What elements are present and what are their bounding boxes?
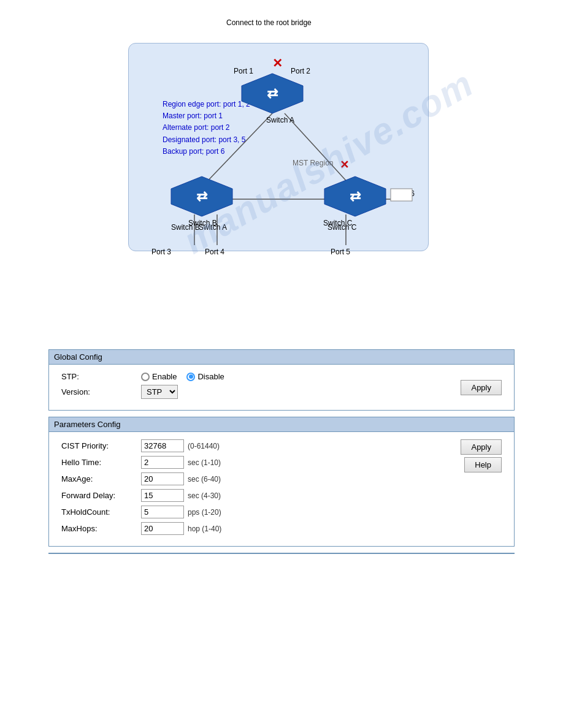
maxhops-input[interactable] (141, 522, 184, 535)
root-bridge-label: Connect to the root bridge (226, 18, 312, 27)
maxhops-unit: hop (1-40) (188, 525, 221, 533)
forward-delay-input[interactable] (141, 489, 184, 502)
bottom-divider (48, 553, 515, 554)
cist-priority-label: CIST Priority: (61, 441, 141, 450)
maxage-label: MaxAge: (61, 474, 141, 483)
info-line4: Designated port: port 3, 5 (163, 134, 250, 146)
enable-label: Enable (152, 372, 177, 381)
version-row: Version: STP RSTP MSTP (61, 385, 461, 399)
txholdcount-unit: pps (1-20) (188, 508, 221, 517)
params-row: CIST Priority: (0-61440) Hello Time: sec… (61, 439, 502, 539)
maxage-row: MaxAge: sec (6-40) (61, 472, 461, 485)
version-select-wrapper: STP RSTP MSTP (141, 385, 461, 399)
params-config-body: CIST Priority: (0-61440) Hello Time: sec… (48, 432, 515, 547)
hello-time-unit: sec (1-10) (188, 458, 221, 467)
global-fields: STP: Enable Disable (61, 372, 461, 403)
mst-region-box: Region edge port: port 1, 2 Master port:… (128, 43, 429, 251)
maxhops-row: MaxHops: hop (1-40) (61, 522, 461, 535)
version-select[interactable]: STP RSTP MSTP (141, 385, 178, 399)
disable-radio-circle (186, 373, 195, 381)
stp-label: STP: (61, 372, 141, 381)
stp-radio-group: Enable Disable (141, 372, 461, 381)
params-apply-button[interactable]: Apply (461, 439, 502, 455)
enable-radio-circle (141, 373, 150, 381)
params-config-section: Parameters Config CIST Priority: (0-6144… (48, 417, 515, 547)
maxage-unit: sec (6-40) (188, 475, 221, 483)
maxage-input[interactable] (141, 472, 184, 485)
global-config-header: Global Config (48, 349, 515, 365)
diagram-container: Connect to the root bridge Region edge p… (0, 0, 563, 343)
info-text: Region edge port: port 1, 2 Master port:… (163, 99, 250, 157)
hello-time-row: Hello Time: sec (1-10) (61, 456, 461, 469)
cist-priority-row: CIST Priority: (0-61440) (61, 439, 461, 452)
global-config-body: STP: Enable Disable (48, 365, 515, 411)
cist-priority-input[interactable] (141, 439, 184, 452)
hello-time-label: Hello Time: (61, 458, 141, 467)
txholdcount-row: TxHoldCount: pps (1-20) (61, 506, 461, 518)
params-button-group: Apply Help (461, 439, 502, 472)
maxhops-label: MaxHops: (61, 524, 141, 533)
cist-priority-unit: (0-61440) (188, 442, 220, 450)
enable-radio-option[interactable]: Enable (141, 372, 177, 381)
global-config-row: STP: Enable Disable (61, 372, 502, 403)
version-label: Version: (61, 387, 141, 396)
disable-label: Disable (197, 372, 224, 381)
info-line1: Region edge port: port 1, 2 (163, 99, 250, 110)
disable-radio-option[interactable]: Disable (186, 372, 224, 381)
global-apply-group: Apply (461, 380, 502, 395)
forward-delay-row: Forward Delay: sec (4-30) (61, 489, 461, 502)
global-config-section: Global Config STP: Enable Disab (48, 349, 515, 411)
info-line5: Backup port; port 6 (163, 146, 250, 157)
hello-time-input[interactable] (141, 456, 184, 469)
stp-row: STP: Enable Disable (61, 372, 461, 381)
info-line2: Master port: port 1 (163, 110, 250, 122)
info-line3: Alternate port: port 2 (163, 122, 250, 134)
txholdcount-label: TxHoldCount: (61, 507, 141, 517)
diagram-inner: Connect to the root bridge Region edge p… (104, 18, 459, 319)
txholdcount-input[interactable] (141, 506, 184, 518)
params-config-header: Parameters Config (48, 417, 515, 432)
forward-delay-unit: sec (4-30) (188, 491, 221, 500)
global-apply-button[interactable]: Apply (461, 380, 502, 395)
forward-delay-label: Forward Delay: (61, 491, 141, 500)
params-help-button[interactable]: Help (464, 457, 502, 472)
params-fields: CIST Priority: (0-61440) Hello Time: sec… (61, 439, 461, 539)
